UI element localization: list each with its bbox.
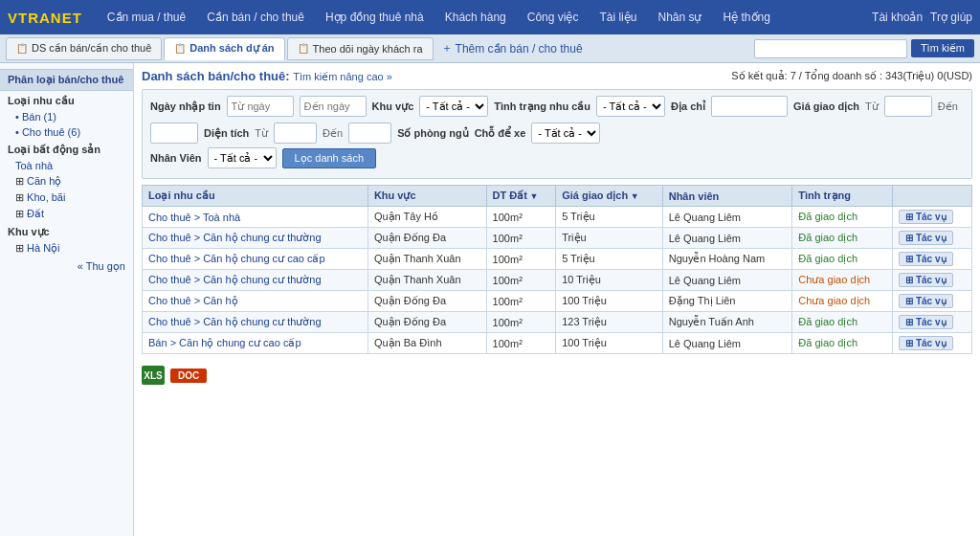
content-header: Danh sách bán/cho thuê: Tìm kiếm nâng ca… <box>142 69 972 83</box>
den-ngay-input[interactable] <box>300 96 367 117</box>
tab-ds-can-ban[interactable]: 📋 DS cần bán/cần cho thuê <box>6 37 162 60</box>
main-layout: Phân loại bán/cho thuê Loại nhu cầu • Bá… <box>0 63 980 536</box>
dien-tich-label: Diện tích <box>204 127 249 140</box>
nav-right: Tài khoản Trợ giúp <box>872 11 972 24</box>
tab-danh-sach-du-an[interactable]: 📋 Danh sách dự án <box>164 37 284 60</box>
dien-tich-tu-input[interactable] <box>274 123 317 144</box>
filter-row-2: Nhân Viên - Tất cả - Lọc danh sách <box>150 147 964 168</box>
cell-tac-vu[interactable]: ⊞ Tác vụ <box>893 291 972 312</box>
dien-tich-den-input[interactable] <box>348 123 391 144</box>
plus-icon: ＋ <box>441 40 453 56</box>
cell-tinh-trang: Chưa giao dịch <box>792 291 893 312</box>
cell-dt-dat: 100m² <box>486 291 556 312</box>
nav-can-mua-thue[interactable]: Cần mua / thuê <box>98 7 195 28</box>
cell-tac-vu[interactable]: ⊞ Tác vụ <box>893 207 972 228</box>
cell-loai-nhu-cau[interactable]: Cho thuê > Căn hộ chung cư thường <box>143 228 368 249</box>
thu-gon-link[interactable]: « Thu gọn <box>0 257 133 277</box>
nav-can-ban-cho-thue[interactable]: Cần bán / cho thuê <box>197 7 314 28</box>
cell-loai-nhu-cau[interactable]: Cho thuê > Căn hộ chung cư thường <box>143 270 368 291</box>
tab-ds-label: DS cần bán/cần cho thuê <box>32 42 151 55</box>
cell-tac-vu[interactable]: ⊞ Tác vụ <box>893 228 972 249</box>
nav-nhan-su[interactable]: Nhân sự <box>648 7 711 28</box>
sidebar-loai-bds-label: Loại bất động sản <box>0 140 133 158</box>
cell-loai-nhu-cau[interactable]: Cho thuê > Căn hộ chung cư thường <box>143 312 368 333</box>
logo: VTRANET <box>8 10 82 26</box>
sidebar-item-dat[interactable]: ⊞ Đất <box>0 206 133 222</box>
nav-tai-lieu[interactable]: Tài liệu <box>590 7 646 28</box>
tinh-trang-select[interactable]: - Tất cả - <box>596 96 665 117</box>
sidebar-loai-nhu-cau-label: Loại nhu cầu <box>0 91 133 109</box>
table-row: Cho thuê > Căn hộ chung cư thường Quận Đ… <box>143 312 972 333</box>
cell-dt-dat: 100m² <box>486 312 556 333</box>
cell-khu-vuc: Quận Ba Đình <box>368 333 486 354</box>
tac-vu-button[interactable]: ⊞ Tác vụ <box>899 252 952 266</box>
cell-loai-nhu-cau[interactable]: Cho thuê > Căn hộ chung cư cao cấp <box>143 249 368 270</box>
cell-khu-vuc: Quận Đống Đa <box>368 291 486 312</box>
tac-vu-button[interactable]: ⊞ Tác vụ <box>899 336 952 350</box>
search-nang-cao-link[interactable]: Tìm kiếm nâng cao » <box>293 71 392 82</box>
cho-de-xe-select[interactable]: - Tất cả - <box>531 123 600 144</box>
cell-gia-giao-dich: 100 Triệu <box>556 291 663 312</box>
tac-vu-button[interactable]: ⊞ Tác vụ <box>899 315 952 329</box>
nav-tro-giup[interactable]: Trợ giúp <box>930 11 972 24</box>
table-row: Cho thuê > Căn hộ chung cư cao cấp Quận … <box>143 249 972 270</box>
cell-tac-vu[interactable]: ⊞ Tác vụ <box>893 249 972 270</box>
nhan-vien-select[interactable]: - Tất cả - <box>208 147 277 168</box>
tac-vu-button[interactable]: ⊞ Tác vụ <box>899 294 952 308</box>
cell-khu-vuc: Quận Đống Đa <box>368 228 486 249</box>
gia-tu-input[interactable] <box>884 96 932 117</box>
tab-danh-sach-label: Danh sách dự án <box>189 42 274 55</box>
tab-add-label: Thêm cần bán / cho thuê <box>456 42 583 56</box>
cell-gia-giao-dich: 10 Triệu <box>556 270 663 291</box>
sidebar-section-title: Phân loại bán/cho thuê <box>0 69 133 91</box>
cell-khu-vuc: Quận Thanh Xuân <box>368 270 486 291</box>
tab-ds-icon: 📋 <box>16 43 28 54</box>
tu-ngay-input[interactable] <box>227 96 294 117</box>
tab-add-button[interactable]: ＋ Thêm cần bán / cho thuê <box>435 36 589 60</box>
khu-vuc-select[interactable]: - Tất cả - <box>419 96 488 117</box>
dia-chi-input[interactable] <box>711 96 788 117</box>
cell-dt-dat: 100m² <box>486 270 556 291</box>
cell-dt-dat: 100m² <box>486 228 556 249</box>
tac-vu-button[interactable]: ⊞ Tác vụ <box>899 210 952 224</box>
search-button[interactable]: Tìm kiếm <box>911 39 974 57</box>
th-gia-giao-dich[interactable]: Giá giao dịch <box>556 186 663 207</box>
cell-loai-nhu-cau[interactable]: Bán > Căn hộ chung cư cao cấp <box>143 333 368 354</box>
th-tinh-trang: Tình trạng <box>792 186 893 207</box>
nav-khach-hang[interactable]: Khách hàng <box>435 7 516 28</box>
nav-he-thong[interactable]: Hệ thống <box>714 7 780 28</box>
ngay-nhap-tin-label: Ngày nhập tin <box>150 100 221 113</box>
tab-theo-doi[interactable]: 📋 Theo dõi ngày khách ra <box>287 37 434 60</box>
cell-tac-vu[interactable]: ⊞ Tác vụ <box>893 312 972 333</box>
sidebar-item-toa-nha[interactable]: Toà nhà <box>0 158 133 173</box>
tac-vu-button[interactable]: ⊞ Tác vụ <box>899 273 952 287</box>
sidebar-item-cho-thue[interactable]: • Cho thuê (6) <box>0 124 133 140</box>
cell-khu-vuc: Quận Thanh Xuân <box>368 249 486 270</box>
gia-den-input[interactable] <box>150 123 198 144</box>
search-input[interactable] <box>754 39 907 58</box>
sidebar-item-can-ho[interactable]: ⊞ Căn hộ <box>0 173 133 190</box>
filter-form: Ngày nhập tin Khu vực - Tất cả - Tình tr… <box>142 89 972 179</box>
cell-tinh-trang: Chưa giao dịch <box>792 270 893 291</box>
export-doc-button[interactable]: DOC <box>170 368 207 383</box>
nav-cong-viec[interactable]: Công việc <box>518 7 589 28</box>
th-dt-dat[interactable]: DT Đất <box>486 186 556 207</box>
sidebar-item-ha-noi[interactable]: ⊞ Hà Nội <box>0 240 133 257</box>
loc-danh-sach-button[interactable]: Lọc danh sách <box>282 148 376 168</box>
cell-tinh-trang: Đã giao dịch <box>792 333 893 354</box>
cell-loai-nhu-cau[interactable]: Cho thuê > Căn hộ <box>143 291 368 312</box>
bottom-toolbar: XLS DOC <box>142 362 972 385</box>
cell-tac-vu[interactable]: ⊞ Tác vụ <box>893 270 972 291</box>
tac-vu-button[interactable]: ⊞ Tác vụ <box>899 231 952 245</box>
sidebar-khu-vuc-label: Khu vực <box>0 222 133 240</box>
sidebar-item-kho-bai[interactable]: ⊞ Kho, bãi <box>0 190 133 206</box>
cell-loai-nhu-cau[interactable]: Cho thuê > Toà nhà <box>143 207 368 228</box>
gia-giao-dich-label: Giá giao dịch <box>793 100 859 113</box>
export-excel-button[interactable]: XLS <box>142 366 165 385</box>
nav-hop-dong-thue-nha[interactable]: Hợp đồng thuê nhà <box>316 7 434 28</box>
nav-tai-khoan[interactable]: Tài khoản <box>872 11 923 24</box>
table-row: Cho thuê > Toà nhà Quận Tây Hồ 100m² 5 T… <box>143 207 972 228</box>
sidebar-item-ban[interactable]: • Bán (1) <box>0 109 133 124</box>
cell-tac-vu[interactable]: ⊞ Tác vụ <box>893 333 972 354</box>
table-row: Bán > Căn hộ chung cư cao cấp Quận Ba Đì… <box>143 333 972 354</box>
